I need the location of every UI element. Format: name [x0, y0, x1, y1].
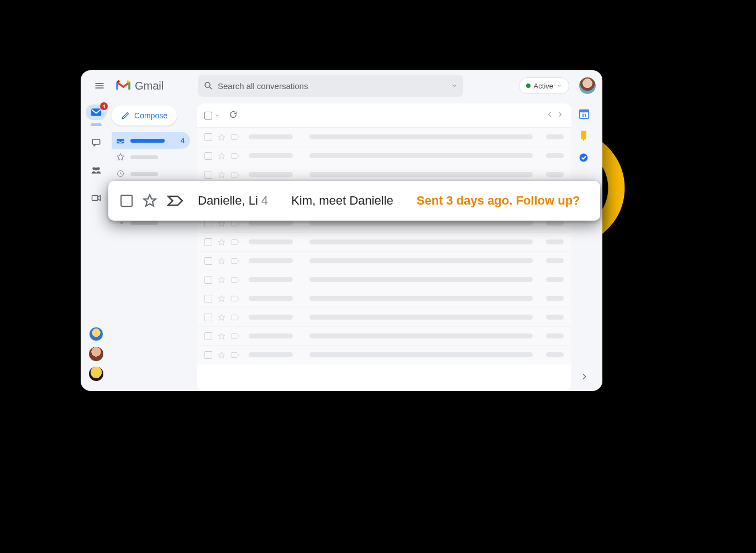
- sidebar-label-placeholder: [130, 221, 158, 225]
- sidepanel-keep-button[interactable]: [578, 130, 590, 142]
- star-icon[interactable]: [218, 314, 225, 321]
- search-options-icon[interactable]: [451, 82, 458, 89]
- mail-row[interactable]: [197, 252, 571, 270]
- row-checkbox[interactable]: [204, 295, 212, 302]
- hamburger-icon: [94, 80, 105, 91]
- account-avatar[interactable]: [579, 77, 596, 94]
- rail-meet-button[interactable]: [85, 187, 107, 209]
- rail-spaces-button[interactable]: [85, 159, 107, 181]
- row-checkbox[interactable]: [204, 152, 212, 160]
- spaces-icon: [91, 166, 102, 175]
- mail-row[interactable]: [197, 327, 571, 346]
- meet-icon: [91, 194, 101, 202]
- sidebar-label-placeholder: [130, 139, 165, 143]
- star-icon[interactable]: [218, 152, 225, 160]
- row-checkbox[interactable]: [204, 133, 212, 141]
- star-icon[interactable]: [218, 295, 225, 302]
- importance-icon[interactable]: [231, 276, 240, 283]
- star-icon[interactable]: [218, 332, 225, 340]
- importance-icon[interactable]: [231, 314, 240, 321]
- app-header: Gmail Active: [81, 70, 602, 101]
- chevron-right-icon: [556, 111, 564, 118]
- sidebar-item-starred[interactable]: [112, 149, 190, 165]
- importance-icon[interactable]: [167, 195, 183, 207]
- svg-rect-12: [583, 139, 584, 141]
- importance-icon[interactable]: [231, 239, 240, 246]
- sidepanel-expand-button[interactable]: [580, 372, 589, 383]
- importance-icon[interactable]: [231, 295, 240, 302]
- importance-icon[interactable]: [231, 258, 240, 264]
- status-dot-icon: [526, 84, 531, 88]
- tasks-icon: [578, 152, 589, 163]
- refresh-button[interactable]: [229, 110, 238, 121]
- star-icon[interactable]: [143, 194, 157, 208]
- star-icon[interactable]: [218, 171, 225, 179]
- sender-placeholder: [249, 333, 293, 338]
- mail-row[interactable]: [197, 270, 571, 289]
- row-checkbox[interactable]: [204, 332, 212, 340]
- nudge-participants: Danielle, Li4: [198, 194, 268, 208]
- sidebar-label-placeholder: [130, 155, 158, 159]
- page-next-button[interactable]: [556, 111, 564, 121]
- search-bar[interactable]: [198, 75, 463, 97]
- row-checkbox[interactable]: [204, 314, 212, 321]
- sender-placeholder: [249, 172, 293, 177]
- select-all[interactable]: [204, 112, 220, 119]
- page-prev-button[interactable]: [546, 111, 554, 121]
- importance-icon[interactable]: [231, 171, 240, 178]
- rail-chat-button[interactable]: [85, 132, 107, 154]
- row-checkbox[interactable]: [204, 171, 212, 179]
- mail-row[interactable]: [197, 308, 571, 327]
- importance-icon[interactable]: [231, 352, 240, 358]
- mail-row[interactable]: [197, 289, 571, 308]
- star-icon[interactable]: [218, 133, 225, 141]
- svg-text:31: 31: [581, 113, 587, 118]
- sidepanel-tasks-button[interactable]: [578, 152, 590, 164]
- rail-contact-avatar[interactable]: [89, 327, 103, 341]
- subject-placeholder: [309, 258, 533, 263]
- star-icon[interactable]: [218, 238, 225, 246]
- subject-placeholder: [309, 221, 533, 226]
- mail-row[interactable]: [197, 128, 571, 147]
- star-icon[interactable]: [218, 276, 225, 284]
- row-checkbox[interactable]: [204, 238, 212, 246]
- sender-placeholder: [249, 221, 293, 226]
- nudge-card[interactable]: Danielle, Li4 Kim, meet Danielle Sent 3 …: [108, 181, 600, 221]
- rail-mail-button[interactable]: 4: [86, 105, 107, 120]
- chevron-left-icon: [546, 111, 554, 118]
- star-icon[interactable]: [218, 351, 225, 359]
- row-checkbox[interactable]: [204, 257, 212, 265]
- sidebar-item-snoozed[interactable]: [112, 165, 190, 182]
- row-checkbox[interactable]: [204, 351, 212, 359]
- side-panel: 31: [571, 103, 597, 391]
- nudge-thread-count: 4: [261, 194, 268, 207]
- importance-icon[interactable]: [231, 333, 240, 340]
- mail-row[interactable]: [197, 147, 571, 165]
- mail-row[interactable]: [197, 233, 571, 252]
- time-placeholder: [546, 221, 564, 226]
- importance-icon[interactable]: [231, 220, 240, 227]
- importance-icon[interactable]: [231, 153, 240, 159]
- rail-contact-avatar[interactable]: [89, 367, 103, 381]
- svg-point-0: [205, 82, 210, 87]
- sender-placeholder: [249, 315, 293, 320]
- status-label: Active: [534, 82, 553, 90]
- star-icon[interactable]: [218, 257, 225, 265]
- mail-row[interactable]: [197, 346, 571, 364]
- sidepanel-calendar-button[interactable]: 31: [578, 108, 590, 120]
- nudge-checkbox[interactable]: [120, 195, 133, 207]
- importance-icon[interactable]: [231, 134, 240, 140]
- subject-placeholder: [309, 172, 533, 177]
- search-input[interactable]: [218, 81, 458, 91]
- main-menu-button[interactable]: [87, 74, 112, 98]
- subject-placeholder: [309, 352, 533, 357]
- nudge-followup-hint: Sent 3 days ago. Follow up?: [417, 194, 580, 208]
- svg-point-13: [580, 154, 588, 162]
- checkbox-icon: [204, 112, 212, 119]
- sidebar-item-inbox[interactable]: 4: [112, 132, 190, 149]
- compose-button[interactable]: Compose: [112, 106, 177, 126]
- rail-contact-avatar[interactable]: [89, 347, 103, 361]
- svg-rect-2: [92, 139, 100, 144]
- row-checkbox[interactable]: [204, 276, 212, 284]
- status-pill[interactable]: Active: [519, 77, 569, 94]
